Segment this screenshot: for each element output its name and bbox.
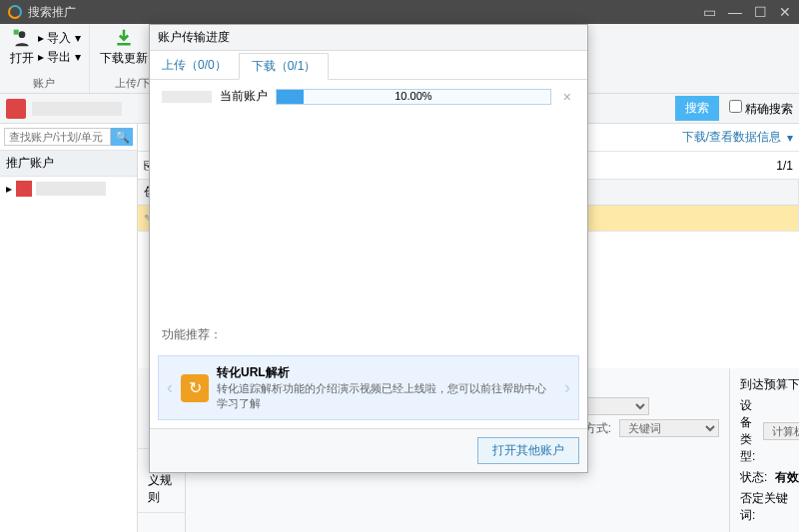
avatar-icon bbox=[16, 181, 32, 197]
download-update-button[interactable]: 下载更新 bbox=[98, 26, 150, 69]
import-button[interactable]: ▸ 导入 ▾ bbox=[38, 30, 81, 47]
device-select[interactable]: 计算机设备优先 bbox=[763, 422, 799, 440]
dialog-title: 账户传输进度 bbox=[150, 25, 587, 51]
app-logo-icon bbox=[8, 5, 22, 19]
search-icon[interactable]: 🔍 bbox=[111, 128, 133, 146]
window-settings-icon[interactable]: ▭ bbox=[703, 4, 716, 20]
progress-text: 10.00% bbox=[277, 90, 550, 102]
chevron-right-icon[interactable]: › bbox=[564, 377, 570, 398]
tip-body: 转化追踪解析功能的介绍演示视频已经上线啦，您可以前往帮助中心学习了解 bbox=[217, 381, 556, 411]
expand-icon[interactable]: ▸ bbox=[6, 182, 12, 196]
dropdown-icon[interactable]: ▾ bbox=[787, 131, 793, 145]
tab-upload[interactable]: 上传（0/0） bbox=[150, 53, 239, 79]
transfer-progress-dialog: 账户传输进度 上传（0/0） 下载（0/1） 当前账户 10.00% × 功能推… bbox=[149, 24, 588, 473]
tree-header: 推广账户 bbox=[0, 151, 137, 177]
group-label: 账户 bbox=[33, 76, 55, 91]
close-icon[interactable]: × bbox=[559, 89, 575, 105]
svg-rect-1 bbox=[14, 30, 19, 35]
tip-title: 转化URL解析 bbox=[217, 364, 556, 381]
sidebar-search-input[interactable] bbox=[4, 128, 111, 146]
tip-icon: ↻ bbox=[181, 374, 209, 402]
exact-search-checkbox[interactable]: 精确搜索 bbox=[729, 100, 793, 118]
avatar-icon bbox=[6, 99, 26, 119]
window-close-icon[interactable]: ✕ bbox=[779, 4, 791, 20]
tree-item[interactable]: ▸ bbox=[0, 177, 137, 201]
download-icon bbox=[114, 28, 134, 48]
titlebar: 搜索推广 ▭ — ☐ ✕ bbox=[0, 0, 799, 24]
open-button[interactable]: 打开 bbox=[8, 26, 36, 69]
svg-rect-2 bbox=[117, 43, 130, 46]
account-name bbox=[32, 102, 122, 116]
search-button[interactable]: 搜索 bbox=[675, 96, 719, 121]
export-button[interactable]: ▸ 导出 ▾ bbox=[38, 49, 81, 66]
tip-header: 功能推荐： bbox=[150, 322, 587, 347]
chevron-left-icon[interactable]: ‹ bbox=[167, 377, 173, 398]
open-other-account-button[interactable]: 打开其他账户 bbox=[477, 437, 579, 464]
progress-bar: 10.00% bbox=[276, 89, 551, 105]
tip-box[interactable]: ‹ ↻ 转化URL解析 转化追踪解析功能的介绍演示视频已经上线啦，您可以前往帮助… bbox=[158, 355, 579, 420]
current-account-label: 当前账户 bbox=[220, 88, 268, 105]
promo-select[interactable]: 关键词 bbox=[619, 419, 719, 437]
sidebar: 🔍 推广账户 ▸ bbox=[0, 124, 138, 532]
pager: 1/1 bbox=[776, 159, 793, 173]
window-min-icon[interactable]: — bbox=[728, 4, 742, 20]
window-max-icon[interactable]: ☐ bbox=[754, 4, 767, 20]
svg-point-0 bbox=[19, 31, 26, 38]
download-info-link[interactable]: 下载/查看数据信息 bbox=[682, 129, 781, 146]
tab-download[interactable]: 下载（0/1） bbox=[239, 53, 330, 80]
user-icon bbox=[12, 28, 32, 48]
app-title: 搜索推广 bbox=[28, 4, 76, 21]
